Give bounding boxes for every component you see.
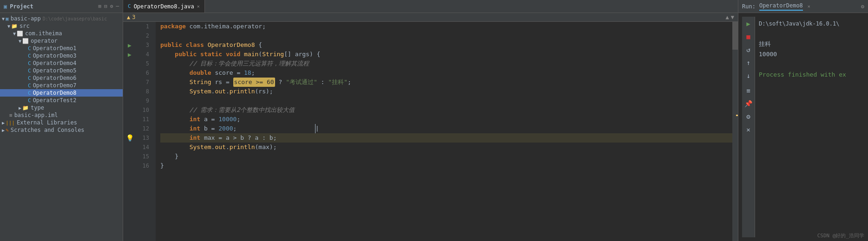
code-line-11: int a = 10000 ; bbox=[160, 115, 732, 124]
java-file-icon: C bbox=[128, 3, 131, 9]
method-name: main bbox=[244, 50, 258, 59]
code-text: } bbox=[160, 152, 178, 161]
tree-item-OperatorDemo4[interactable]: C OperatorDemo4 bbox=[0, 59, 123, 67]
ln-10: 10 bbox=[136, 105, 152, 115]
run-close-tab-icon[interactable]: ✕ bbox=[808, 4, 810, 9]
ln-12: 12 bbox=[136, 124, 152, 133]
run-stop-button[interactable]: ■ bbox=[746, 32, 750, 42]
code-text: . bbox=[211, 87, 215, 96]
method-name: out bbox=[215, 87, 225, 96]
code-text: rs = bbox=[211, 78, 233, 87]
tree-item-OperatorDemo5[interactable]: C OperatorDemo5 bbox=[0, 67, 123, 74]
tree-item-operator[interactable]: ▼ ⬜ operator bbox=[0, 37, 123, 45]
warning-count: 3 bbox=[132, 14, 135, 20]
ln-13: 13 bbox=[136, 133, 152, 143]
output-jdk-path: D:\soft\Java\jdk-16.0.1\ bbox=[759, 19, 861, 29]
code-text: ( bbox=[258, 50, 262, 59]
tree-item-OperatorDemo1[interactable]: C OperatorDemo1 bbox=[0, 45, 123, 52]
code-text: max = a > b ? a : b; bbox=[200, 133, 276, 143]
keyword: double bbox=[190, 68, 211, 78]
code-text bbox=[160, 115, 190, 124]
output-line-1 bbox=[759, 29, 861, 39]
project-tree: ▼ ▣ basic-app D:\code\javasepro\basic ▼ … bbox=[0, 13, 123, 241]
run-tab-name[interactable]: OperatorDemo8 bbox=[759, 2, 803, 11]
close-icon[interactable]: ✕ bbox=[197, 4, 200, 9]
code-text: ; bbox=[251, 68, 255, 78]
gutter-3: ▶ bbox=[123, 40, 136, 50]
method-name: out bbox=[215, 143, 225, 152]
tree-item-label: OperatorDemo5 bbox=[33, 67, 77, 74]
keyword: package bbox=[160, 22, 186, 31]
tree-item-OperatorDemo7[interactable]: C OperatorDemo7 bbox=[0, 82, 123, 89]
gutter-5 bbox=[123, 59, 136, 68]
keyword: void bbox=[226, 50, 240, 59]
ln-14: 14 bbox=[136, 143, 152, 152]
string-literal: "挂科" bbox=[328, 78, 348, 87]
run-rerun-button[interactable]: ↺ bbox=[746, 45, 750, 55]
package-icon: ⬜ bbox=[22, 38, 29, 44]
tree-item-scratches[interactable]: ▶ ✎ Scratches and Consoles bbox=[0, 126, 123, 134]
run-up-button[interactable]: ↑ bbox=[746, 58, 750, 68]
tree-item-external-libraries[interactable]: ▶ ||| External Libraries bbox=[0, 119, 123, 126]
editor-panel: C OperatorDemo8.java ✕ ▲ 3 ▲ ▼ ▶ ▶ 💡 bbox=[123, 0, 738, 241]
tree-item-basic-app-iml[interactable]: ≡ basic-app.iml bbox=[0, 111, 123, 119]
run-close-button[interactable]: ✕ bbox=[746, 124, 750, 135]
tree-item-OperatorDemo6[interactable]: C OperatorDemo6 bbox=[0, 74, 123, 82]
class-name: OperatorDemo8 bbox=[208, 40, 255, 50]
ln-6: 6 bbox=[136, 68, 152, 78]
up-arrow-icon[interactable]: ▲ bbox=[726, 14, 729, 20]
tree-item-OperatorDemo3[interactable]: C OperatorDemo3 bbox=[0, 52, 123, 59]
code-line-2 bbox=[160, 31, 732, 40]
gutter-14 bbox=[123, 143, 136, 152]
ln-3: 3 bbox=[136, 40, 152, 50]
tree-item-label: OperatorDemo4 bbox=[33, 60, 77, 66]
tree-item-com-itheima[interactable]: ▼ ⬜ com.itheima bbox=[0, 30, 123, 37]
run-settings-icon[interactable]: ⚙ bbox=[861, 3, 864, 10]
editor-scrollbar[interactable] bbox=[732, 22, 738, 241]
project-icon: ▣ bbox=[4, 3, 7, 10]
library-icon: ||| bbox=[6, 120, 15, 126]
run-build-icon[interactable]: ≡ bbox=[746, 85, 750, 96]
tree-item-label: External Libraries bbox=[17, 119, 77, 126]
run-panel: Run: OperatorDemo8 ✕ ⚙ ▶ ■ ↺ ↑ ↓ ≡ 📌 ⚙ ✕… bbox=[738, 0, 868, 241]
run-down-button[interactable]: ↓ bbox=[746, 71, 750, 81]
run-settings-btn[interactable]: ⚙ bbox=[746, 111, 750, 122]
code-line-9 bbox=[160, 96, 732, 105]
code-line-5: // 目标：学会使用三元运算符，理解其流程 bbox=[160, 59, 732, 68]
gutter-7 bbox=[123, 78, 136, 87]
output-line-blank bbox=[759, 59, 861, 70]
run-play-button[interactable]: ▶ bbox=[746, 19, 750, 29]
code-text: . bbox=[226, 87, 230, 96]
cursor-blink: | bbox=[316, 124, 319, 133]
tree-item-type[interactable]: ▶ 📁 type bbox=[0, 104, 123, 111]
tree-item-label: OperatorTest2 bbox=[33, 97, 77, 104]
folder-icon: 📁 bbox=[11, 23, 18, 29]
run-output-content: D:\soft\Java\jdk-16.0.1\ 挂科 10000 Proces… bbox=[755, 17, 864, 237]
comment: // 目标：学会使用三元运算符，理解其流程 bbox=[160, 59, 309, 68]
settings-icon[interactable]: ⚙ bbox=[110, 3, 113, 9]
minimize-icon[interactable]: ─ bbox=[116, 3, 119, 9]
ln-8: 8 bbox=[136, 87, 152, 96]
arrow-down-icon: ▼ bbox=[19, 39, 21, 44]
code-editor[interactable]: package com.itheima.operator; public cla… bbox=[156, 22, 732, 241]
ln-11: 11 bbox=[136, 115, 152, 124]
run-label: Run: bbox=[742, 3, 756, 10]
tree-item-OperatorDemo8[interactable]: C OperatorDemo8 bbox=[0, 89, 123, 97]
code-text bbox=[160, 124, 190, 133]
tab-OperatorDemo8[interactable]: C OperatorDemo8.java ✕ bbox=[123, 0, 205, 13]
code-text: (max); bbox=[255, 143, 277, 152]
collapse-icon[interactable]: ⊟ bbox=[104, 3, 107, 9]
down-arrow-icon[interactable]: ▼ bbox=[731, 14, 734, 20]
code-text bbox=[160, 68, 190, 78]
tree-item-OperatorTest2[interactable]: C OperatorTest2 bbox=[0, 97, 123, 104]
expand-icon[interactable]: ⊞ bbox=[99, 3, 102, 9]
tree-item-basic-app[interactable]: ▼ ▣ basic-app D:\code\javasepro\basic bbox=[0, 15, 123, 22]
number-literal: 2000 bbox=[218, 124, 233, 133]
gutter-2 bbox=[123, 31, 136, 40]
code-text: ; bbox=[233, 124, 237, 133]
editor-gutter: ▶ ▶ 💡 bbox=[123, 22, 136, 241]
code-text: score = bbox=[211, 68, 244, 78]
tree-item-src[interactable]: ▼ 📁 src bbox=[0, 22, 123, 30]
run-pin-icon[interactable]: 📌 bbox=[744, 98, 752, 109]
code-text: : bbox=[317, 78, 328, 87]
